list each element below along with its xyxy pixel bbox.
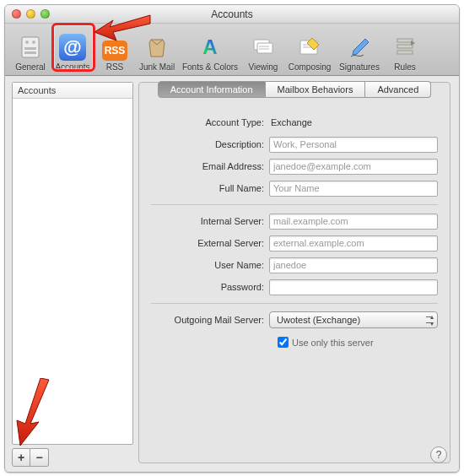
toolbar-item-signatures[interactable]: Signatures — [336, 32, 383, 73]
at-sign-icon: @ — [59, 34, 86, 61]
help-button[interactable]: ? — [430, 446, 447, 463]
add-account-button[interactable]: + — [12, 448, 30, 467]
rules-icon — [391, 34, 418, 61]
svg-rect-14 — [397, 51, 413, 54]
fonts-colors-icon: A — [197, 34, 224, 61]
sidebar: Accounts + − — [5, 77, 138, 472]
fullname-label: Full Name: — [151, 183, 269, 193]
rss-icon: RSS — [102, 41, 127, 61]
toolbar-label: Signatures — [339, 62, 380, 72]
description-label: Description: — [151, 139, 269, 149]
account-type-label: Account Type: — [151, 117, 269, 127]
toolbar-label: Fonts & Colors — [182, 62, 238, 72]
svg-rect-3 — [24, 47, 36, 50]
tab-advanced[interactable]: Advanced — [365, 81, 431, 98]
email-label: Email Address: — [151, 161, 269, 171]
divider — [151, 204, 438, 205]
toolbar-label: RSS — [106, 62, 124, 72]
fullname-input[interactable] — [269, 181, 438, 197]
toolbar-item-rss[interactable]: RSS RSS — [94, 35, 135, 73]
toolbar-label: Junk Mail — [139, 62, 175, 72]
email-input[interactable] — [269, 159, 438, 175]
titlebar: Accounts — [5, 5, 459, 24]
toolbar: General @ Accounts RSS RSS Junk Mail A F… — [5, 24, 459, 76]
use-only-row: Use only this server — [151, 334, 438, 350]
svg-rect-12 — [397, 39, 413, 42]
svg-rect-13 — [397, 45, 413, 48]
tab-account-information[interactable]: Account Information — [158, 81, 266, 98]
use-only-label: Use only this server — [292, 338, 374, 348]
use-only-checkbox[interactable] — [278, 337, 289, 348]
toolbar-item-fonts-colors[interactable]: A Fonts & Colors — [179, 32, 241, 73]
toolbar-label: General — [15, 62, 46, 72]
preferences-window: Accounts General @ Accounts RSS RSS — [4, 4, 460, 473]
toolbar-item-rules[interactable]: Rules — [385, 32, 425, 73]
accounts-list[interactable]: Accounts — [12, 82, 133, 445]
plus-icon: + — [18, 451, 24, 464]
divider — [151, 303, 438, 304]
account-form: Account Type: Exchange Description: Emai… — [139, 106, 450, 355]
window-body: Accounts + − Account Information Mailbox… — [5, 77, 459, 472]
chevron-updown-icon: ▴▾ — [430, 314, 434, 327]
accounts-list-header: Accounts — [13, 83, 132, 99]
svg-point-2 — [32, 41, 35, 44]
toolbar-item-junkmail[interactable]: Junk Mail — [137, 32, 177, 73]
toolbar-item-general[interactable]: General — [10, 32, 51, 73]
outgoing-server-label: Outgoing Mail Server: — [151, 315, 269, 325]
tab-mailbox-behaviors[interactable]: Mailbox Behaviors — [266, 81, 366, 98]
svg-point-1 — [25, 41, 29, 44]
internal-server-label: Internal Server: — [151, 216, 269, 226]
junk-mail-icon — [143, 34, 170, 61]
panel-tabs: Account Information Mailbox Behaviors Ad… — [139, 81, 450, 98]
general-icon — [17, 34, 44, 61]
account-panel: Account Information Mailbox Behaviors Ad… — [138, 82, 451, 463]
svg-rect-6 — [257, 43, 272, 53]
password-label: Password: — [151, 282, 269, 292]
internal-server-input[interactable] — [269, 214, 438, 230]
external-server-label: External Server: — [151, 238, 269, 248]
toolbar-label: Rules — [394, 62, 416, 72]
outgoing-server-value: Uwotest (Exchange) — [277, 315, 360, 325]
toolbar-item-composing[interactable]: Composing — [285, 32, 334, 73]
description-input[interactable] — [269, 137, 438, 153]
external-server-input[interactable] — [269, 235, 438, 252]
toolbar-label: Viewing — [249, 62, 278, 72]
main-panel: Account Information Mailbox Behaviors Ad… — [138, 77, 459, 472]
window-title: Accounts — [5, 8, 459, 20]
toolbar-item-accounts[interactable]: @ Accounts — [52, 32, 93, 73]
help-icon: ? — [436, 449, 442, 461]
composing-icon — [296, 34, 323, 61]
remove-account-button[interactable]: − — [30, 448, 49, 467]
outgoing-server-popup[interactable]: Uwotest (Exchange) ▴▾ — [269, 311, 438, 328]
signatures-icon — [346, 34, 373, 61]
password-input[interactable] — [269, 279, 438, 295]
toolbar-label: Composing — [289, 62, 332, 72]
viewing-icon — [250, 34, 277, 61]
account-type-value: Exchange — [269, 117, 312, 127]
toolbar-label: Accounts — [55, 62, 89, 72]
sidebar-footer: + − — [12, 448, 133, 467]
username-input[interactable] — [269, 257, 438, 273]
svg-rect-4 — [24, 51, 36, 54]
toolbar-item-viewing[interactable]: Viewing — [243, 32, 283, 73]
minus-icon: − — [35, 451, 42, 464]
username-label: User Name: — [151, 260, 269, 270]
